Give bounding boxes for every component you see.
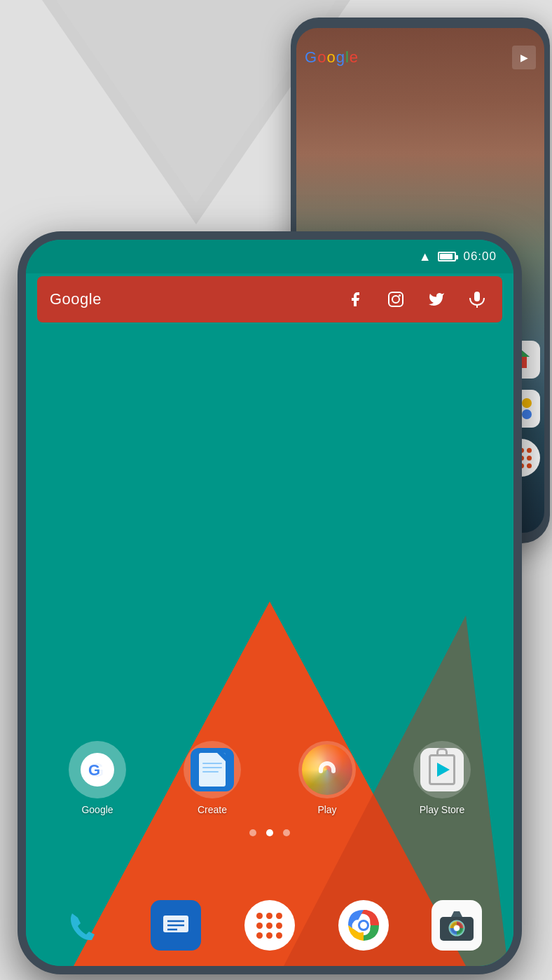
svg-point-10 — [399, 294, 401, 297]
play-app-item[interactable]: Play — [289, 741, 366, 815]
phone-back-video-icon[interactable]: ▶ — [512, 46, 536, 69]
messages-dock-item[interactable] — [137, 900, 214, 951]
google-app-icon: G G — [69, 741, 126, 798]
play-app-label: Play — [317, 804, 336, 815]
svg-marker-3 — [521, 357, 527, 368]
play-app-icon — [298, 741, 356, 798]
svg-point-5 — [522, 398, 532, 408]
svg-rect-8 — [389, 292, 403, 306]
svg-marker-1 — [521, 350, 530, 357]
wifi-icon: ▲ — [419, 250, 432, 264]
phone-front: ▲ 06:00 Google — [18, 231, 522, 974]
svg-text:G: G — [88, 761, 100, 779]
play-store-app-item[interactable]: Play Store — [403, 741, 481, 815]
svg-rect-11 — [474, 292, 480, 301]
home-content: G G — [26, 329, 513, 966]
svg-point-7 — [522, 409, 532, 419]
app-icons-row: G G — [26, 741, 513, 815]
search-widget-icons — [343, 287, 490, 312]
phone-back-google-logo: Google — [305, 48, 359, 67]
battery-icon — [438, 252, 456, 261]
status-icons: ▲ 06:00 — [419, 250, 497, 264]
instagram-icon[interactable] — [383, 287, 408, 312]
google-app-item[interactable]: G G — [59, 741, 136, 815]
app-drawer-dock-item[interactable] — [231, 900, 308, 951]
twitter-icon[interactable] — [424, 287, 449, 312]
search-widget[interactable]: Google — [37, 276, 502, 322]
camera-dock-item[interactable] — [418, 900, 495, 951]
mic-icon[interactable] — [464, 287, 490, 312]
create-app-item[interactable]: Create — [174, 741, 251, 815]
google-app-label: Google — [81, 804, 113, 815]
page-dot-2-active[interactable] — [266, 829, 273, 836]
phone-call-icon — [57, 900, 108, 951]
phone-front-screen: ▲ 06:00 Google — [26, 240, 513, 966]
phone-dock-item[interactable] — [44, 900, 121, 951]
create-app-label: Create — [198, 804, 227, 815]
svg-point-28 — [454, 925, 460, 931]
chrome-dock-item[interactable] — [325, 900, 402, 951]
svg-point-24 — [360, 922, 367, 929]
page-dot-1[interactable] — [249, 829, 256, 836]
dock-row — [26, 900, 513, 951]
create-app-icon — [184, 741, 241, 798]
play-store-app-icon — [413, 741, 471, 798]
status-bar: ▲ 06:00 — [26, 240, 513, 273]
search-google-label: Google — [50, 290, 343, 308]
page-dots — [26, 829, 513, 836]
app-drawer-icon — [244, 900, 295, 951]
chrome-icon — [338, 900, 389, 951]
phone-back-google-bar: Google ▶ — [305, 41, 536, 74]
page-dot-3[interactable] — [283, 829, 290, 836]
play-store-app-label: Play Store — [420, 804, 465, 815]
camera-icon — [432, 900, 482, 951]
status-time: 06:00 — [463, 250, 497, 264]
facebook-icon[interactable] — [343, 287, 368, 312]
svg-point-9 — [392, 296, 399, 303]
messages-icon — [151, 900, 201, 951]
